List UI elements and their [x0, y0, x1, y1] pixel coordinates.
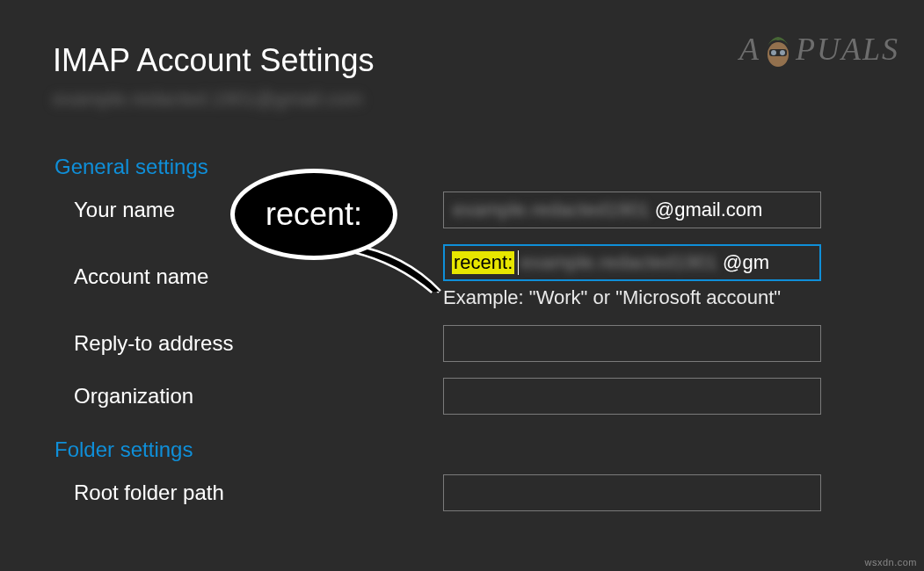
callout-text: recent: — [266, 196, 362, 233]
account-name-helper: Example: "Work" or "Microsoft account" — [443, 286, 821, 309]
brand-prefix: A — [739, 31, 760, 68]
reply-to-input[interactable] — [443, 325, 821, 362]
your-name-blurred: example.redacted1901 — [453, 199, 650, 221]
section-folder-heading: Folder settings — [55, 437, 871, 462]
account-name-input[interactable]: recent: example.redacted1901 @gm — [443, 244, 821, 281]
section-general-heading: General settings — [55, 155, 871, 179]
account-email-subtitle: example.redacted.1901@gmail.com — [53, 88, 871, 111]
brand-watermark: A PUALS — [739, 28, 899, 70]
account-name-suffix: @gm — [723, 251, 769, 274]
reply-to-label: Reply-to address — [74, 331, 443, 356]
account-name-highlight: recent: — [452, 251, 514, 274]
footer-watermark: wsxdn.com — [864, 557, 917, 567]
root-folder-label: Root folder path — [74, 481, 443, 505]
organization-input[interactable] — [443, 378, 821, 415]
svg-point-3 — [780, 50, 785, 55]
brand-suffix: PUALS — [796, 31, 899, 68]
root-folder-input[interactable] — [443, 474, 821, 511]
your-name-input[interactable]: example.redacted1901 @gmail.com — [443, 192, 821, 228]
your-name-suffix: @gmail.com — [655, 199, 763, 221]
text-cursor-icon — [518, 250, 519, 275]
organization-label: Organization — [74, 384, 443, 408]
brand-mascot-icon — [762, 28, 794, 70]
account-name-blurred: example.redacted1901 — [520, 251, 717, 274]
svg-point-2 — [771, 50, 776, 55]
callout-bubble: recent: — [230, 169, 397, 260]
